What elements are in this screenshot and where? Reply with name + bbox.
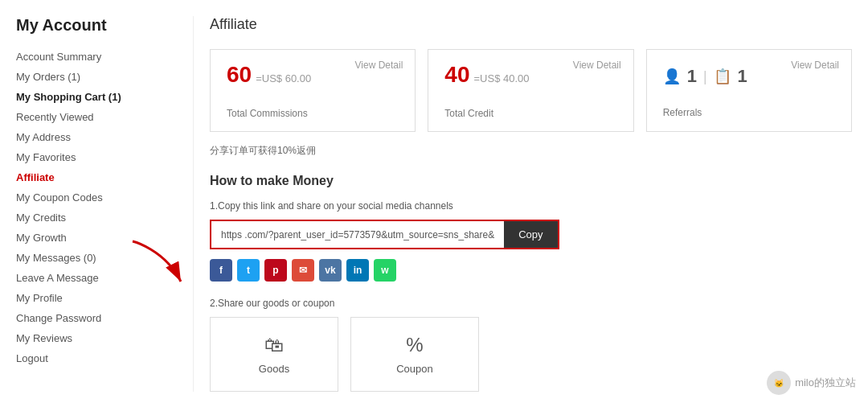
sidebar-item-my-growth[interactable]: My Growth xyxy=(16,228,169,248)
sidebar-item-my-address[interactable]: My Address xyxy=(16,127,169,147)
sidebar-item-my-profile[interactable]: My Profile xyxy=(16,288,169,308)
how-to-title: How to make Money xyxy=(210,174,852,188)
linkedin-icon[interactable]: in xyxy=(346,259,369,282)
orders-icon: 📋 xyxy=(714,68,731,85)
commission-card: View Detail 60=US$ 60.00 Total Commissio… xyxy=(210,49,416,132)
facebook-icon[interactable]: f xyxy=(210,259,232,282)
sidebar-item-recently-viewed[interactable]: Recently Viewed xyxy=(16,107,169,127)
commission-label: Total Commissions xyxy=(227,108,399,119)
sidebar-item-logout[interactable]: Logout xyxy=(16,348,169,368)
affiliate-link: https .com/?parent_user_id=5773579&utm_s… xyxy=(211,223,504,247)
pinterest-icon[interactable]: p xyxy=(264,259,287,282)
watermark-logo: 🐱 xyxy=(767,371,791,395)
commission-view-detail[interactable]: View Detail xyxy=(355,60,403,71)
watermark-text: milo的独立站 xyxy=(795,376,856,390)
share-card-coupon[interactable]: %Coupon xyxy=(350,317,479,392)
sidebar-item-my-orders-(1)[interactable]: My Orders (1) xyxy=(16,67,169,87)
stats-row: View Detail 60=US$ 60.00 Total Commissio… xyxy=(210,49,852,132)
sidebar-item-affiliate[interactable]: Affiliate xyxy=(16,167,169,187)
share-row: 🛍Goods%Coupon xyxy=(210,317,852,392)
link-copy-box: https .com/?parent_user_id=5773579&utm_s… xyxy=(210,220,559,249)
sidebar-item-account-summary[interactable]: Account Summary xyxy=(16,47,169,67)
twitter-icon[interactable]: t xyxy=(237,259,260,282)
vk-icon[interactable]: vk xyxy=(319,259,342,282)
referrals-card: View Detail 👤 1 | 📋 1 Referrals xyxy=(646,49,852,132)
person-icon: 👤 xyxy=(663,68,681,85)
share-card-goods[interactable]: 🛍Goods xyxy=(210,317,338,392)
sidebar-item-my-reviews[interactable]: My Reviews xyxy=(16,328,169,348)
credit-card: View Detail 40=US$ 40.00 Total Credit xyxy=(428,49,633,132)
page-title: Affiliate xyxy=(210,16,852,33)
sidebar-item-my-shopping-cart-(1)[interactable]: My Shopping Cart (1) xyxy=(16,87,169,107)
social-icons-row: ftp✉vkinw xyxy=(210,259,852,282)
sidebar-item-my-coupon-codes[interactable]: My Coupon Codes xyxy=(16,187,169,208)
credit-view-detail[interactable]: View Detail xyxy=(573,60,621,71)
share-label-goods: Goods xyxy=(259,363,289,375)
sidebar-title: My Account xyxy=(16,16,169,35)
share-icon-goods: 🛍 xyxy=(264,334,284,356)
sidebar-item-leave-a-message[interactable]: Leave A Message xyxy=(16,268,169,288)
step2-label: 2.Share our goods or coupon xyxy=(210,298,852,309)
sidebar-item-change-password[interactable]: Change Password xyxy=(16,308,169,328)
sidebar-item-my-messages-(0)[interactable]: My Messages (0) xyxy=(16,248,169,268)
share-label-coupon: Coupon xyxy=(396,363,433,375)
watermark: 🐱 milo的独立站 xyxy=(767,371,856,395)
sidebar-item-my-credits[interactable]: My Credits xyxy=(16,208,169,228)
sidebar-item-my-favorites[interactable]: My Favorites xyxy=(16,147,169,167)
copy-button[interactable]: Copy xyxy=(504,221,557,248)
credit-label: Total Credit xyxy=(444,108,616,119)
referrals-view-detail[interactable]: View Detail xyxy=(791,60,839,71)
share-icon-coupon: % xyxy=(406,334,423,356)
whatsapp-icon[interactable]: w xyxy=(374,259,396,282)
step1-label: 1.Copy this link and share on your socia… xyxy=(210,200,852,212)
referrals-label: Referrals xyxy=(663,107,835,118)
email-icon[interactable]: ✉ xyxy=(292,259,314,282)
promo-text: 分享订单可获得10%返佣 xyxy=(210,144,852,158)
